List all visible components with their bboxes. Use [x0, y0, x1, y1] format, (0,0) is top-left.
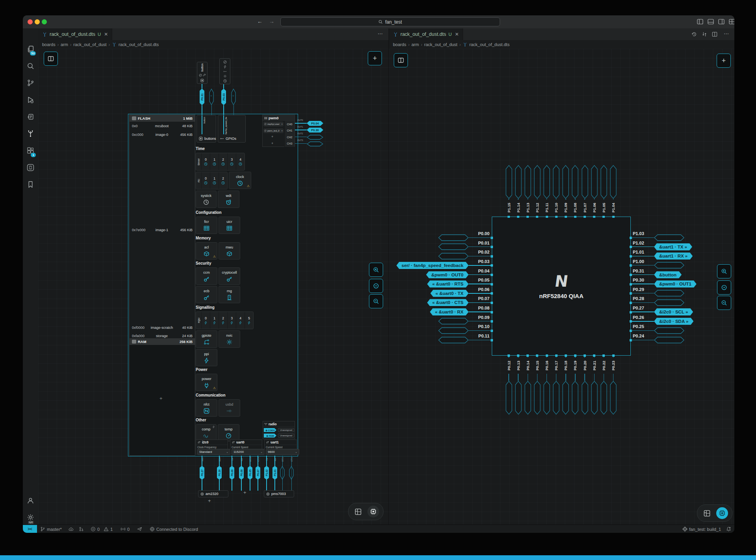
- peripheral-tile-nfct[interactable]: nfct: [196, 399, 217, 417]
- empty-pin-slot[interactable]: [591, 165, 598, 199]
- slashcircle-icon[interactable]: [199, 74, 202, 77]
- partition-row[interactable]: 0xfa000storage24 KiB: [130, 332, 195, 338]
- pin-P0.08[interactable]: P0.08: [239, 466, 244, 480]
- peripheral-tile-clock[interactable]: clock⚠: [229, 172, 251, 189]
- partition-row[interactable]: 0xc000image-0456 KiB: [130, 130, 195, 226]
- pin-assignment[interactable]: &pwm0 · OUT0: [426, 271, 469, 278]
- empty-pin-slot[interactable]: [543, 381, 550, 415]
- radio-signal-COEX[interactable]: ⊕ COEX: [264, 428, 276, 432]
- peripheral-egu-3[interactable]: 3: [227, 312, 236, 329]
- pin-assignment[interactable]: « &uart0 · CTS: [427, 299, 469, 306]
- pin-assignment[interactable]: « &uart0 · TX: [430, 290, 469, 297]
- peripheral-tile-temp[interactable]: temp: [218, 424, 239, 441]
- empty-pin-slot[interactable]: [506, 381, 512, 415]
- breadcrumb-item[interactable]: arm: [411, 42, 419, 47]
- empty-pin-slot[interactable]: [582, 165, 588, 199]
- empty-pin-slot[interactable]: [534, 165, 541, 199]
- pin-P0.30[interactable]: P0.30: [307, 128, 323, 133]
- pwm-consumer[interactable]: zephyr,user×: [263, 122, 284, 126]
- empty-pin-slot[interactable]: [582, 381, 588, 415]
- peripheral-group-rtc[interactable]: rtc012: [196, 172, 228, 189]
- add-partition-icon[interactable]: +: [159, 395, 163, 401]
- peripheral-group-egu[interactable]: egu012345: [196, 312, 254, 329]
- peripheral-tile-systick[interactable]: systick: [196, 191, 217, 208]
- empty-pin-slot[interactable]: [289, 466, 294, 480]
- breadcrumb-item[interactable]: rack_out_of_dust.dts: [119, 42, 159, 47]
- empty-pin-slot[interactable]: [438, 327, 469, 334]
- flash-header[interactable]: FLASH1 MiB: [130, 115, 195, 122]
- peripheral-rtc-2[interactable]: 2: [219, 172, 227, 189]
- pin-assignment[interactable]: « &uart0 · RTS: [427, 280, 469, 287]
- empty-pin-slot[interactable]: [600, 381, 607, 415]
- peripheral-rtc-0[interactable]: 0: [201, 172, 210, 189]
- peripheral-tile-uicr[interactable]: uicr: [219, 217, 240, 234]
- pin-assignment[interactable]: &i2c0 · SDA »: [654, 318, 693, 325]
- breadcrumb-item[interactable]: rack_out_of_dust.dts: [469, 42, 510, 47]
- peripheral-timer-4[interactable]: 4: [236, 153, 245, 170]
- peripheral-tile-ecb[interactable]: ecb: [196, 286, 217, 303]
- close-tab-icon[interactable]: ✕: [104, 32, 108, 37]
- bus-node-uart1[interactable]: uart1Current Speed9600⌄: [264, 439, 297, 454]
- remote-indicator[interactable]: ><: [23, 525, 37, 533]
- settings-gear-icon[interactable]: [27, 514, 34, 521]
- bus-value-select[interactable]: 9600⌄: [266, 449, 299, 455]
- nrf-build-status[interactable]: fan_test: build_1: [682, 525, 721, 533]
- zoom-reset-button-right[interactable]: [717, 280, 731, 295]
- partition-row[interactable]: 0x7e000image-1456 KiB: [130, 226, 195, 323]
- zoom-out-button-right[interactable]: [717, 296, 731, 310]
- peripheral-tile-mwu[interactable]: mwu: [219, 242, 240, 260]
- partition-row[interactable]: 0x0mcuboot48 KiB: [130, 122, 195, 130]
- peripheral-egu-4[interactable]: 4: [236, 312, 245, 329]
- pin-P0.05[interactable]: P0.05: [248, 466, 252, 480]
- pin-P0.04[interactable]: P0.04: [307, 121, 323, 126]
- minimize-window-button[interactable]: [35, 19, 40, 24]
- chip-body[interactable]: NnRF52840 QIAA: [492, 217, 631, 356]
- sensor-node-pms7003[interactable]: pms7003: [264, 490, 294, 497]
- split-view-button-right[interactable]: [394, 53, 408, 67]
- history-forward-icon[interactable]: →: [269, 18, 274, 24]
- bus-node-i2c0[interactable]: i2c0Clock FrequencyStandard⌄: [196, 439, 228, 454]
- empty-pin-slot[interactable]: [562, 381, 569, 415]
- pin-P1.02[interactable]: P1.02: [264, 466, 269, 480]
- pin-assignment[interactable]: &uart1 · RX »: [654, 252, 693, 260]
- history-back-icon[interactable]: ←: [257, 18, 263, 24]
- clock-icon[interactable]: [223, 79, 227, 83]
- gpio-icon[interactable]: [223, 70, 227, 73]
- split-editor-icon[interactable]: [712, 32, 717, 37]
- peripheral-tile-ficr[interactable]: ficr: [196, 217, 217, 234]
- peripheral-timer-0[interactable]: 0: [201, 153, 210, 170]
- chip-view-button[interactable]: [716, 507, 728, 519]
- peripheral-egu-2[interactable]: 2: [219, 312, 227, 329]
- breadcrumb-item[interactable]: boards: [42, 42, 56, 47]
- gpios-node[interactable]: fan4p_speed_feedbackGPIOs: [218, 115, 246, 143]
- zoom-window-button[interactable]: [42, 19, 47, 24]
- pin-P0.26[interactable]: P0.26: [217, 466, 222, 480]
- add-node-button-left[interactable]: +: [368, 51, 382, 65]
- split-view-button-left[interactable]: [44, 52, 58, 66]
- toggle-bottom-panel-icon[interactable]: [708, 19, 714, 24]
- tab-rack-out-of-dust-dts[interactable]: rack_out_of_dust.dts U ✕: [389, 28, 463, 40]
- git-branch-status[interactable]: master*: [40, 525, 62, 533]
- empty-pin-slot[interactable]: [610, 381, 617, 415]
- chip-view-button[interactable]: [367, 506, 379, 517]
- empty-pin-slot[interactable]: [610, 165, 617, 199]
- radio-assignment[interactable]: Unassigned: [278, 434, 294, 438]
- compare-changes-icon[interactable]: [702, 32, 707, 37]
- partition-row[interactable]: 0xf0000image-scratch40 KiB: [130, 323, 195, 332]
- bus-value-select[interactable]: Standard⌄: [197, 449, 230, 455]
- breadcrumb-item[interactable]: boards: [393, 42, 406, 47]
- pin-assignment[interactable]: &button: [654, 271, 682, 278]
- peripheral-egu-0[interactable]: 0: [201, 312, 210, 329]
- publish-changes-button[interactable]: [69, 525, 74, 533]
- ram-header[interactable]: RAM256 KiB: [130, 338, 195, 345]
- empty-pin-slot[interactable]: [438, 253, 469, 260]
- peripheral-tile-rng[interactable]: rng: [219, 286, 240, 303]
- more-actions-icon[interactable]: ⋯: [724, 31, 729, 37]
- peripheral-tile-cryptocell[interactable]: cryptocell: [219, 267, 240, 285]
- board-view-button[interactable]: [352, 506, 363, 517]
- peripheral-rtc-1[interactable]: 1: [210, 172, 219, 189]
- pin-P0.06[interactable]: P0.06: [230, 466, 234, 480]
- tab-rack-out-of-dust-dts[interactable]: rack_out_of_dust.dts U ✕: [38, 28, 112, 40]
- activity-item-source-control[interactable]: [27, 79, 34, 87]
- close-window-button[interactable]: [28, 19, 33, 24]
